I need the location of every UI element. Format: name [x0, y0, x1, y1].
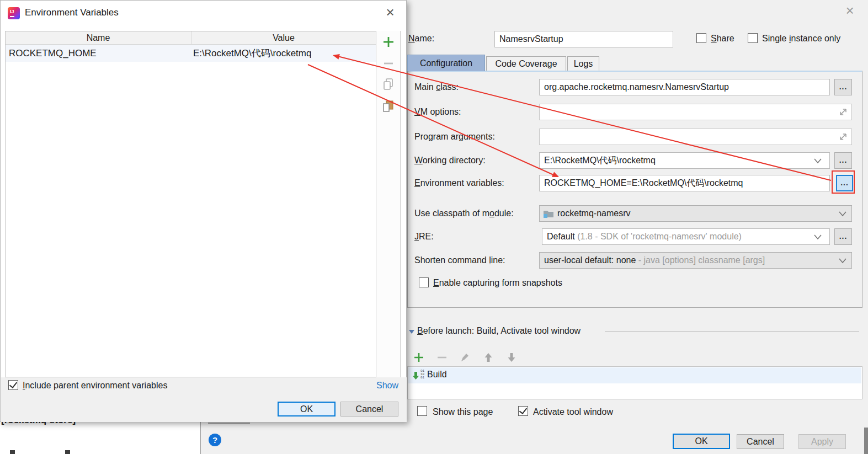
tab-configuration[interactable]: Configuration — [407, 55, 485, 71]
main-class-browse-button[interactable]: ... — [834, 79, 852, 95]
name-input[interactable]: NamesrvStartup — [494, 31, 673, 47]
environment-variables-input[interactable]: ROCKETMQ_HOME=E:\RocketMQ\代码\rocketmq — [539, 175, 830, 191]
expand-field-icon[interactable] — [837, 106, 849, 118]
share-checkbox[interactable] — [696, 33, 706, 43]
table-row[interactable]: ROCKETMQ_HOME E:\RocketMQ\代码\rocketmq — [6, 45, 376, 62]
env-variables-table: Name Value ROCKETMQ_HOME E:\RocketMQ\代码\… — [5, 31, 376, 377]
background-window-edge — [864, 428, 868, 454]
cancel-button[interactable]: Cancel — [340, 402, 398, 416]
column-header-name[interactable]: Name — [6, 31, 191, 45]
chevron-down-icon[interactable] — [838, 258, 847, 264]
environment-variables-dialog: IJ Environment Variables × Name Value RO… — [0, 0, 407, 422]
cancel-button[interactable]: Cancel — [737, 434, 784, 449]
working-directory-label: Working directory: — [414, 156, 486, 165]
module-icon — [543, 209, 554, 218]
env-var-name: ROCKETMQ_HOME — [9, 45, 97, 62]
screen: [rocketmq-store] × Name: NamesrvStartup … — [0, 0, 868, 454]
env-var-value: E:\RocketMQ\代码\rocketmq — [193, 45, 311, 62]
chevron-down-icon[interactable] — [838, 211, 847, 217]
close-icon[interactable]: × — [841, 2, 859, 20]
before-launch-header[interactable]: Before launch: Build, Activate tool wind… — [417, 326, 581, 336]
include-parent-label: Include parent environment variables — [23, 381, 167, 391]
vm-options-label: VM options: — [414, 107, 461, 117]
help-button[interactable]: ? — [209, 434, 221, 446]
column-header-value[interactable]: Value — [191, 31, 376, 45]
activate-tool-window-label: Activate tool window — [533, 407, 613, 417]
enable-snapshots-checkbox[interactable] — [419, 277, 429, 287]
shorten-command-line-select[interactable]: user-local default: none - java [options… — [539, 252, 852, 269]
dialog-title: Environment Variables — [25, 7, 119, 18]
vm-options-input[interactable] — [539, 104, 852, 120]
chevron-down-icon[interactable] — [813, 234, 822, 241]
remove-icon[interactable] — [436, 351, 448, 364]
ok-button[interactable]: OK — [278, 402, 336, 416]
single-instance-checkbox[interactable] — [748, 33, 758, 43]
table-toolbar — [376, 31, 401, 377]
move-up-icon[interactable] — [482, 351, 494, 364]
before-launch-list: 011001 Build — [407, 366, 862, 399]
section-divider — [605, 331, 859, 332]
edit-pencil-icon[interactable] — [459, 351, 471, 364]
classpath-module-select[interactable]: rocketmq-namesrv — [539, 205, 852, 222]
background-window-fragment — [208, 423, 250, 424]
enable-snapshots-label: Enable capturing form snapshots — [433, 278, 562, 288]
share-label: Share — [711, 34, 734, 44]
remove-icon[interactable] — [382, 57, 395, 70]
main-class-input[interactable]: org.apache.rocketmq.namesrv.NamesrvStart… — [539, 79, 830, 95]
program-arguments-input[interactable] — [539, 129, 852, 145]
paste-icon[interactable] — [382, 100, 395, 113]
show-link[interactable]: Show — [376, 381, 398, 391]
environment-variables-label: Environment variables: — [414, 178, 504, 188]
editor-text-fragment — [65, 450, 70, 454]
environment-variables-browse-button[interactable]: ... — [836, 175, 853, 191]
tab-logs[interactable]: Logs — [567, 56, 599, 71]
build-item-label: Build — [427, 370, 447, 380]
jre-label: JRE: — [414, 232, 434, 242]
chevron-down-icon[interactable] — [813, 158, 822, 164]
configuration-panel: Main class: org.apache.rocketmq.namesrv.… — [407, 71, 862, 308]
program-arguments-label: Program arguments: — [414, 132, 495, 142]
intellij-logo-icon: IJ — [8, 7, 20, 19]
activate-tool-window-checkbox[interactable] — [518, 406, 528, 416]
apply-button[interactable]: Apply — [798, 434, 846, 449]
build-icon-digits: 011001 — [420, 370, 424, 380]
ok-button[interactable]: OK — [673, 434, 730, 449]
dialog-bottom-bar: Include parent environment variables Sho… — [1, 377, 407, 422]
expand-field-icon[interactable] — [837, 131, 849, 143]
build-icon — [412, 371, 419, 380]
jre-browse-button[interactable]: ... — [834, 228, 852, 245]
shorten-command-line-label: Shorten command line: — [414, 255, 505, 265]
classpath-module-label: Use classpath of module: — [414, 209, 514, 218]
list-item-build[interactable]: 011001 Build — [408, 367, 861, 383]
working-directory-input[interactable]: E:\RocketMQ\代码\rocketmq — [539, 152, 830, 169]
section-expander-icon[interactable] — [408, 329, 415, 334]
close-icon[interactable]: × — [381, 4, 399, 22]
working-directory-browse-button[interactable]: ... — [834, 152, 852, 169]
editor-text-fragment — [10, 450, 15, 454]
main-class-label: Main class: — [414, 82, 459, 92]
name-label: Name: — [408, 34, 434, 44]
add-icon[interactable] — [382, 36, 395, 48]
copy-icon[interactable] — [382, 78, 395, 91]
include-parent-checkbox[interactable] — [8, 380, 18, 390]
jre-select[interactable]: Default (1.8 - SDK of 'rocketmq-namesrv'… — [542, 228, 830, 245]
add-icon[interactable] — [413, 351, 425, 364]
show-this-page-label: Show this page — [433, 407, 493, 417]
show-this-page-checkbox[interactable] — [417, 406, 427, 416]
single-instance-label: Single instance only — [762, 34, 840, 44]
move-down-icon[interactable] — [505, 351, 518, 364]
tab-code-coverage[interactable]: Code Coverage — [486, 56, 566, 71]
